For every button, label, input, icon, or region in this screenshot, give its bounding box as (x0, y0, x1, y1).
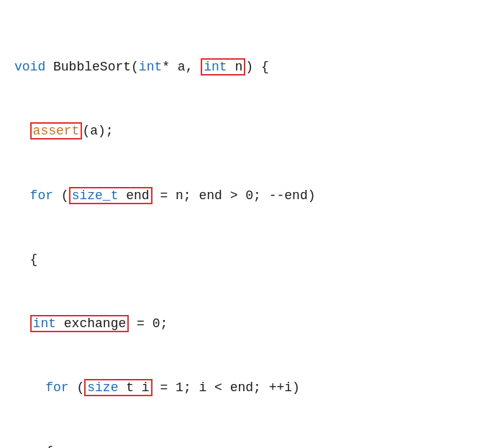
func-name: BubbleSort( (45, 60, 139, 74)
highlight-size-t-i: size t i (84, 379, 152, 396)
code-line-5: int exchange = 0; (14, 314, 316, 335)
highlight-size-t-end: size_t end (69, 187, 153, 204)
assert-keyword: assert (33, 124, 80, 138)
for-keyword-2: for (45, 380, 68, 395)
code-container: void BubbleSort(int* a, int n) { assert(… (14, 7, 316, 448)
for-keyword-1: for (30, 188, 53, 203)
size-t-keyword-1: size_t (72, 188, 119, 203)
code-line-4: { (14, 250, 316, 271)
void-keyword: void (14, 60, 45, 74)
code-line-3: for (size_t end = n; end > 0; --end) (14, 186, 316, 207)
code-line-7: { (14, 442, 316, 448)
highlight-assert: assert (30, 122, 83, 140)
code-line-1: void BubbleSort(int* a, int n) { (14, 57, 316, 78)
int-keyword-1: int (139, 60, 162, 74)
size-t-keyword-2: size (87, 380, 118, 395)
highlight-int-exchange: int exchange (30, 315, 129, 332)
int-keyword-3: int (33, 316, 56, 331)
highlight-int-n: int n (201, 58, 245, 76)
code-line-6: for (size t i = 1; i < end; ++i) (14, 378, 316, 399)
int-keyword-2: int (204, 60, 227, 74)
code-line-2: assert(a); (14, 121, 316, 142)
